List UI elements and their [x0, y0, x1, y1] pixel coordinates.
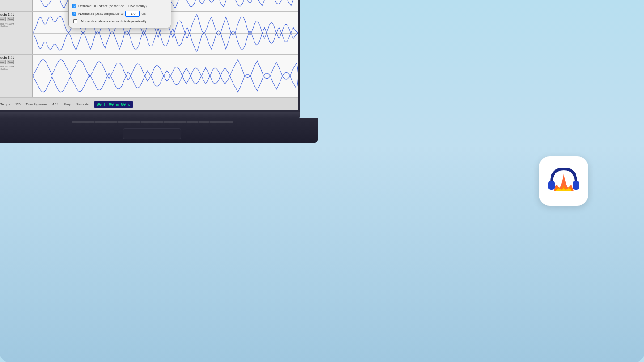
track-3: Audio 3 #1 Mute Solo Mono, 44100Hz32-bit…: [0, 55, 298, 98]
check-mark-2: ✓: [73, 12, 76, 15]
track-3-name: Audio 3 #1: [0, 56, 31, 59]
normalize-stereo-row: Normalize stereo channels independently: [72, 19, 167, 23]
svg-rect-9: [573, 181, 579, 190]
audacity-icon-graphic: [545, 162, 583, 200]
dialog-body: ✓ Remove DC offset (center on 0.0 vertic…: [69, 0, 171, 28]
track-3-info: Mono, 44100Hz32-bit float: [0, 65, 31, 71]
peak-value-input[interactable]: [125, 11, 140, 17]
time-sig-value: 4 / 4: [52, 103, 59, 106]
track-2-info: Mono, 44100Hz32-bit float: [0, 22, 31, 28]
track-1-controls: Audio 1 #1 Mute Solo Mono, 44100Hz32-bit…: [0, 0, 33, 11]
check-mark-1: ✓: [73, 4, 76, 8]
snap-value: Seconds: [76, 103, 89, 106]
tempo-label: Tempo: [0, 103, 10, 106]
time-sig-label: Time Signature: [26, 103, 47, 106]
status-bar: Tempo 120 Time Signature 4 / 4 Snap Seco…: [0, 98, 298, 110]
laptop: Audacity ⏸ ▶ ⏮ ⏭ ⏺ ↩ ✚ 🔍 🔍: [0, 0, 309, 152]
normalize-dialog: Normalize Presets & settings Preview App…: [68, 0, 171, 28]
normalize-peak-checkbox[interactable]: ✓: [72, 12, 76, 16]
remove-dc-checkbox[interactable]: ✓: [72, 4, 76, 8]
remove-dc-label: Remove DC offset (center on 0.0 vertical…: [78, 4, 147, 8]
laptop-screen: Audacity ⏸ ▶ ⏮ ⏭ ⏺ ↩ ✚ 🔍 🔍: [0, 0, 300, 112]
track-2-buttons: Mute Solo: [0, 17, 31, 21]
db-unit: dB: [141, 12, 146, 16]
laptop-trackpad[interactable]: [123, 128, 181, 139]
mute-btn-3[interactable]: Mute: [0, 60, 6, 64]
laptop-keyboard: [0, 118, 318, 143]
track-2-controls: Audio 2 #1 Mute Solo Mono, 44100Hz32-bit…: [0, 12, 33, 55]
laptop-base: [0, 112, 300, 118]
track-2-name: Audio 2 #1: [0, 13, 31, 16]
normalize-stereo-checkbox[interactable]: [73, 19, 77, 23]
solo-btn-3[interactable]: Solo: [7, 60, 14, 64]
normalize-peak-label: Normalize peak amplitude to: [78, 12, 123, 16]
solo-btn-2[interactable]: Solo: [7, 17, 14, 21]
audacity-window: Audacity ⏸ ▶ ⏮ ⏭ ⏺ ↩ ✚ 🔍 🔍: [0, 0, 298, 110]
audacity-app-icon: [539, 156, 588, 206]
track-3-buttons: Mute Solo: [0, 60, 31, 64]
mute-btn-2[interactable]: Mute: [0, 17, 6, 21]
track-3-waveform: [33, 55, 298, 97]
normalize-peak-row: ✓ Normalize peak amplitude to dB: [72, 11, 167, 17]
svg-rect-8: [548, 181, 555, 190]
normalize-stereo-label: Normalize stereo channels independently: [81, 19, 147, 23]
tempo-value: 120: [15, 103, 21, 106]
time-display: 00 h 00 m 00 s: [94, 101, 133, 108]
scene: Audacity ⏸ ▶ ⏮ ⏭ ⏺ ↩ ✚ 🔍 🔍: [0, 0, 644, 362]
remove-dc-row: ✓ Remove DC offset (center on 0.0 vertic…: [72, 4, 167, 8]
snap-label: Snap: [64, 103, 71, 106]
track-3-controls: Audio 3 #1 Mute Solo Mono, 44100Hz32-bit…: [0, 55, 33, 97]
